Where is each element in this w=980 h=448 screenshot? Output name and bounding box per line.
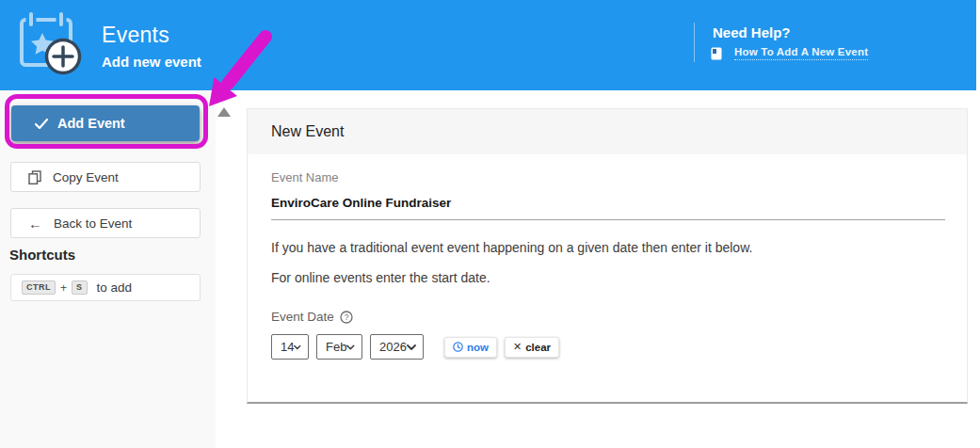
now-button[interactable]: now <box>444 337 497 358</box>
add-event-button[interactable]: Add Event <box>11 105 200 141</box>
panel-title: New Event <box>271 123 344 140</box>
day-select[interactable]: 14 <box>271 334 309 360</box>
need-help-heading: Need Help? <box>713 24 791 40</box>
shortcuts-heading: Shortcuts <box>9 247 75 263</box>
event-name-label: Event Name <box>271 170 943 184</box>
new-event-panel: New Event Event Name If you have a tradi… <box>247 108 968 404</box>
event-name-input[interactable] <box>271 196 945 220</box>
svg-text:?: ? <box>344 312 348 322</box>
events-admin-page: Events Add new event Need Help? How To A… <box>0 0 980 448</box>
back-arrow-icon: ← <box>28 216 42 232</box>
how-to-add-event-link[interactable]: How To Add A New Event <box>734 46 868 60</box>
year-select[interactable]: 2026 <box>370 334 424 360</box>
panel-body: Event Name If you have a traditional eve… <box>248 154 967 360</box>
page-title: Events <box>102 23 169 48</box>
ctrl-key: CTRL <box>22 280 56 295</box>
s-key: S <box>72 280 88 295</box>
shortcut-action-label: to add <box>97 280 133 295</box>
shortcut-hint: CTRL + S to add <box>10 274 201 301</box>
panel-header: New Event <box>248 109 967 154</box>
month-select[interactable]: Feb <box>316 334 362 360</box>
sidebar <box>0 90 216 448</box>
triangle-up-icon <box>217 107 231 117</box>
chevron-down-icon <box>294 344 301 350</box>
add-event-label: Add Event <box>57 116 125 131</box>
calendar-add-event-icon <box>13 7 90 84</box>
event-date-label-row: Event Date ? <box>271 310 943 324</box>
sidebar-collapse-toggle[interactable] <box>217 106 232 118</box>
copy-event-button[interactable]: Copy Event <box>10 162 201 192</box>
copy-icon <box>28 170 41 184</box>
back-to-event-label: Back to Event <box>54 216 132 231</box>
date-instructions-line1: If you have a traditional event event ha… <box>271 240 943 255</box>
chevron-down-icon <box>346 344 355 350</box>
help-link-row: How To Add A New Event <box>711 46 868 60</box>
copy-event-label: Copy Event <box>53 170 119 184</box>
header-divider <box>694 23 695 62</box>
date-instructions-line2: For online events enter the start date. <box>271 270 943 285</box>
clear-label: clear <box>525 342 551 353</box>
back-to-event-button[interactable]: ← Back to Event <box>10 208 201 238</box>
clock-icon <box>453 342 463 352</box>
check-icon <box>35 119 48 129</box>
month-select-value: Feb <box>326 340 346 354</box>
event-date-label: Event Date <box>271 310 334 324</box>
now-label: now <box>467 342 489 353</box>
clear-button[interactable]: ✕ clear <box>505 337 559 358</box>
event-date-row: 14 Feb 2026 <box>271 334 943 360</box>
day-select-value: 14 <box>281 340 294 354</box>
page-subtitle: Add new event <box>102 54 201 70</box>
chevron-down-icon <box>407 344 416 350</box>
book-icon <box>711 47 722 60</box>
help-icon[interactable]: ? <box>340 311 353 324</box>
year-select-value: 2026 <box>379 340 407 354</box>
page-header: Events Add new event Need Help? How To A… <box>0 0 976 90</box>
clear-x-icon: ✕ <box>513 341 522 353</box>
plus-sign: + <box>60 281 67 295</box>
